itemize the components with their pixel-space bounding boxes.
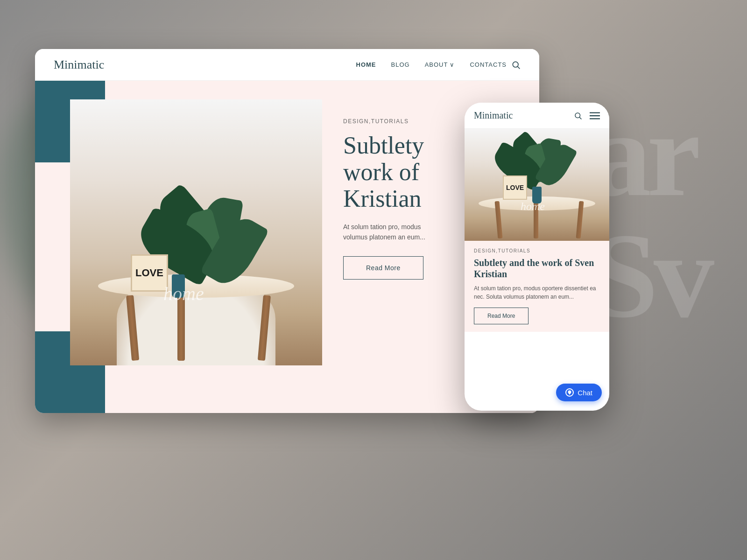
nav-blog[interactable]: BLOG: [391, 61, 410, 68]
table-leg-right: [258, 295, 271, 361]
nav-about[interactable]: ABOUT ∨: [425, 61, 455, 68]
desktop-header: Minimatic HOME BLOG ABOUT ∨ CONTACTS: [35, 49, 539, 81]
mobile-search-icon[interactable]: [574, 112, 582, 120]
home-text-decoration: home: [163, 283, 204, 305]
read-more-button-mobile[interactable]: Read More: [474, 308, 529, 324]
article-title-desktop: Subtletywork ofKristian: [343, 132, 521, 212]
love-frame: LOVE: [131, 254, 168, 292]
read-more-button-desktop[interactable]: Read More: [343, 256, 423, 280]
mobile-home-text: home: [521, 200, 545, 213]
svg-marker-8: [569, 393, 571, 395]
article-text-desktop: DESIGN,TUTORIALS Subtletywork ofKristian…: [343, 118, 521, 280]
chat-button[interactable]: Chat: [556, 384, 602, 401]
desktop-logo: Minimatic: [54, 58, 356, 72]
table-leg-left: [126, 295, 139, 361]
desktop-content: LOVE home DESIGN,TUTORIALS Subtletywork …: [35, 81, 539, 413]
article-image-desktop: LOVE home: [70, 99, 322, 365]
chat-bubble-icon: [565, 388, 574, 397]
article-category-desktop: DESIGN,TUTORIALS: [343, 118, 521, 125]
svg-line-1: [518, 66, 520, 69]
table-leg-center: [177, 295, 185, 361]
svg-line-3: [579, 117, 581, 119]
svg-point-0: [513, 62, 518, 67]
article-photo: LOVE home: [70, 99, 322, 365]
desktop-nav: HOME BLOG ABOUT ∨ CONTACTS: [356, 61, 507, 68]
article-excerpt-desktop: At solum tation pro, modusvolumus platon…: [343, 222, 521, 243]
search-icon[interactable]: [511, 60, 521, 70]
mobile-article-excerpt: At solum tation pro, modus oportere diss…: [474, 284, 600, 301]
mobile-header-icons: [574, 112, 600, 120]
chat-label: Chat: [578, 389, 592, 397]
nav-home[interactable]: HOME: [356, 61, 376, 68]
mobile-menu-icon[interactable]: [590, 112, 600, 120]
svg-point-7: [568, 391, 571, 394]
desktop-mockup: Minimatic HOME BLOG ABOUT ∨ CONTACTS: [35, 49, 539, 413]
svg-point-2: [575, 113, 580, 118]
nav-contacts[interactable]: CONTACTS: [470, 61, 507, 68]
